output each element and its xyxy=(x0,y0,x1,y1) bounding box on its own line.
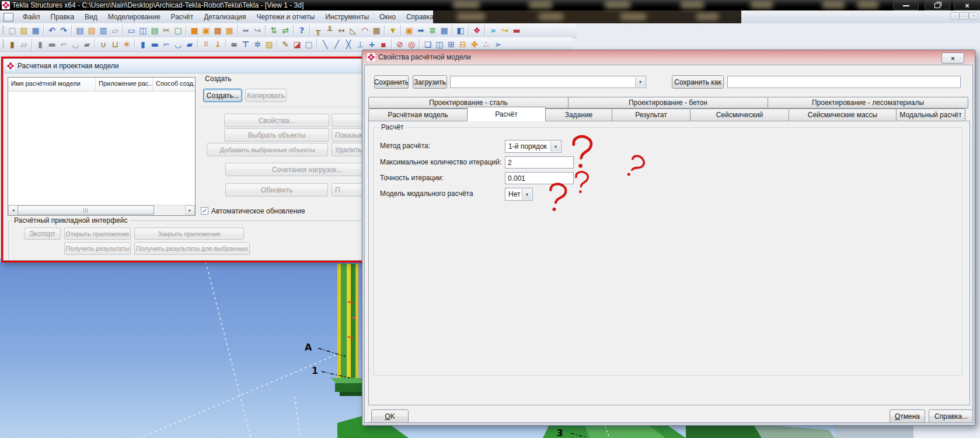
dialog-title-bar[interactable]: Свойства расчётной модели xyxy=(367,53,471,61)
scroll-left-arrow[interactable]: ◄ xyxy=(8,205,18,215)
report-icon[interactable]: ▤ xyxy=(149,24,161,37)
steel-plate-icon[interactable]: ▰ xyxy=(184,38,196,51)
tab-seismic[interactable]: Сейсмический xyxy=(690,108,789,121)
phase-2-icon[interactable]: ▣ xyxy=(200,24,212,37)
mdi-minimize-button[interactable]: – xyxy=(950,12,960,20)
add-selected-objects-button[interactable]: Добавить выбранные объекты xyxy=(207,143,328,156)
area-select-icon[interactable]: ▢ xyxy=(172,24,184,37)
binoculars-icon[interactable]: ∞ xyxy=(228,38,240,51)
concrete-slab-icon[interactable]: ▱ xyxy=(18,38,30,51)
mdi-restore-button[interactable]: □ xyxy=(960,12,969,20)
select-objects-button[interactable]: Выбрать объекты xyxy=(224,128,329,142)
open-model-icon[interactable]: ▨ xyxy=(18,24,30,37)
open-application-button[interactable]: Открыть приложение xyxy=(64,227,131,240)
menu-tools[interactable]: Инструменты xyxy=(320,11,374,23)
numbering-icon[interactable]: ▦ xyxy=(438,24,450,37)
column-header-creation-method[interactable]: Способ созд... xyxy=(153,78,195,91)
import-icon[interactable]: ↪ xyxy=(499,24,511,37)
column-header-application[interactable]: Приложение рас... xyxy=(96,78,153,91)
menu-analysis[interactable]: Расчёт xyxy=(166,11,199,23)
component-icon[interactable]: ✲ xyxy=(252,38,263,51)
tab-analysis-model[interactable]: Расчётная модель xyxy=(368,108,468,121)
next-phase-icon[interactable]: ➥ xyxy=(240,24,252,37)
restore-button[interactable] xyxy=(925,1,950,10)
steel-beam-icon[interactable]: ▬ xyxy=(149,38,161,51)
side-panes-icon[interactable]: ◫ xyxy=(434,38,445,51)
column-header-model-name[interactable]: Имя расчётной модели xyxy=(8,78,96,91)
menu-modeling[interactable]: Моделирование xyxy=(103,11,166,23)
menu-view[interactable]: Вид xyxy=(79,11,103,23)
scroll-right-arrow[interactable]: ► xyxy=(185,205,195,215)
chevron-down-icon[interactable]: ▾ xyxy=(635,77,645,87)
properties-button[interactable]: Свойства... xyxy=(224,114,329,127)
footing-icon[interactable]: ∪ xyxy=(97,38,109,51)
tab-job[interactable]: Задание xyxy=(545,108,612,121)
snap-center-icon[interactable]: ◎ xyxy=(406,38,417,51)
tab-design-timber[interactable]: Проектирование - лесоматериалы xyxy=(768,97,968,108)
cancel-button[interactable]: Отмена xyxy=(890,409,925,423)
copy-icon[interactable]: ▤ xyxy=(74,24,86,37)
create-grid-icon[interactable]: ╥ xyxy=(312,24,324,37)
analysis-models-table[interactable]: Имя расчётной модели Приложение рас... С… xyxy=(8,77,196,216)
grab-icon[interactable]: ✤ xyxy=(469,38,480,51)
copy-objects-icon[interactable]: ▣ xyxy=(403,24,415,37)
menu-detailing[interactable]: Детализация xyxy=(198,11,251,23)
sketch-icon[interactable]: ✎ xyxy=(280,38,291,51)
ruler-icon[interactable]: ▬ xyxy=(511,24,522,37)
get-results-selected-button[interactable]: Получить результаты для выбранных xyxy=(134,242,250,255)
select-filter-icon[interactable]: ▢ xyxy=(303,38,315,51)
minimize-button[interactable] xyxy=(893,1,919,10)
curved-beam-icon[interactable]: ◡ xyxy=(69,38,81,51)
redo-icon[interactable]: ↷ xyxy=(58,24,69,37)
cut-icon[interactable]: ✂ xyxy=(161,24,172,37)
tab-modal-analysis[interactable]: Модальный расчёт xyxy=(896,108,965,121)
context-help-icon[interactable]: ? xyxy=(296,24,308,37)
load-button[interactable]: Загрузить xyxy=(413,75,447,89)
concrete-column-icon[interactable]: ▮ xyxy=(6,38,18,51)
snap-geometry-icon[interactable]: ╱ xyxy=(331,38,343,51)
tab-design-concrete[interactable]: Проектирование - бетон xyxy=(568,97,768,108)
load-combinations-button[interactable]: Сочетания нагрузок... xyxy=(225,163,368,176)
contour-plate-icon[interactable]: ▰ xyxy=(81,38,93,51)
surface-icon[interactable]: ▨ xyxy=(263,38,275,51)
undo-icon[interactable]: ↶ xyxy=(46,24,58,37)
get-results-button[interactable]: Получить результаты xyxy=(64,242,131,255)
max-iterations-input[interactable]: 2 xyxy=(505,156,574,169)
export-button[interactable]: Экспорт xyxy=(24,227,61,240)
paste-special-icon[interactable]: ▱ xyxy=(109,24,121,37)
view-properties-icon[interactable]: ◫ xyxy=(137,24,149,37)
analysis-method-select[interactable]: 1-й порядок ▾ xyxy=(505,140,562,153)
save-model-icon[interactable]: ▦ xyxy=(30,24,41,37)
tab-analysis[interactable]: Расчёт xyxy=(467,107,546,121)
close-application-button[interactable]: Закрыть приложение xyxy=(134,227,244,240)
new-view-icon[interactable]: ▭ xyxy=(125,24,137,37)
mdi-document-icon[interactable] xyxy=(4,13,13,22)
create-button[interactable]: Создать... xyxy=(203,89,242,102)
copy-button[interactable]: Копировать xyxy=(245,89,287,102)
snap-override-icon[interactable]: ∴ xyxy=(480,38,492,51)
menu-window[interactable]: Окно xyxy=(374,11,401,23)
phase-4-icon[interactable]: ▦ xyxy=(224,24,235,37)
move-objects-icon[interactable]: ➥ xyxy=(415,24,427,37)
scrollbar-thumb[interactable] xyxy=(18,205,154,215)
new-pane-icon[interactable]: ❏ xyxy=(422,38,434,51)
phase-1-icon[interactable]: ■ xyxy=(189,24,200,37)
inquire-icon[interactable]: ≣ xyxy=(427,24,438,37)
save-as-name-input[interactable] xyxy=(727,76,961,88)
modal-analysis-model-select[interactable]: Нет ▾ xyxy=(505,188,533,201)
snap-end-icon[interactable]: ▪ xyxy=(378,38,389,51)
bolt-icon[interactable]: ⠿ xyxy=(200,38,212,51)
update-button[interactable]: Обновить xyxy=(225,183,328,197)
dialog-close-button[interactable]: × xyxy=(941,52,964,64)
grid-panes-icon[interactable]: ⊞ xyxy=(445,38,457,51)
table-pane-icon[interactable]: ⊟ xyxy=(457,38,469,51)
tekla-online-icon[interactable]: ❖ xyxy=(471,24,483,37)
steel-polybeam-icon[interactable]: ⌐ xyxy=(161,38,172,51)
menu-edit[interactable]: Правка xyxy=(46,11,80,23)
auto-update-checkbox[interactable]: ✓ xyxy=(201,207,208,215)
measure-arc-icon[interactable]: ◠ xyxy=(359,24,371,37)
snap-free-icon[interactable]: ⊘ xyxy=(394,38,406,51)
chevron-down-icon[interactable]: ▾ xyxy=(522,189,532,199)
fetch-icon[interactable]: ⇅ xyxy=(268,24,280,37)
select-pointer-icon[interactable]: ➢ xyxy=(492,38,504,51)
